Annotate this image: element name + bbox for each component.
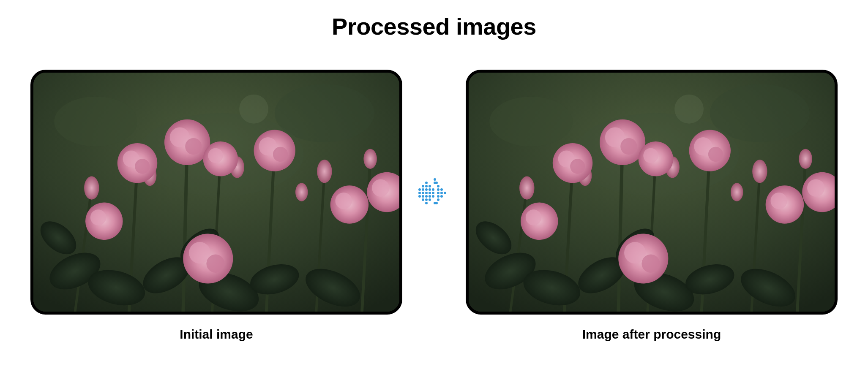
svg-point-52 [422,195,424,198]
svg-point-50 [422,188,424,191]
svg-point-108 [799,149,812,169]
processed-image [469,73,835,312]
svg-point-72 [437,188,439,191]
processed-image-frame [466,70,838,315]
processed-image-label: Image after processing [466,327,838,342]
flower-image-icon [33,73,399,312]
svg-point-1 [54,97,137,147]
svg-point-31 [185,138,202,155]
svg-point-61 [429,185,431,187]
initial-image [33,73,399,312]
svg-point-28 [135,159,150,174]
svg-point-45 [372,179,389,196]
svg-point-125 [526,209,541,225]
svg-point-78 [440,195,443,198]
svg-point-71 [437,185,439,187]
svg-point-36 [273,147,288,162]
svg-point-82 [435,182,438,184]
svg-point-120 [708,147,723,162]
svg-point-68 [432,195,434,198]
arrow-container [415,173,453,211]
spacer [415,327,453,342]
main-container: Processed images [17,13,851,342]
initial-image-label: Initial image [30,327,402,342]
svg-point-59 [425,198,428,201]
svg-point-88 [674,95,704,124]
comparison-row [17,70,851,315]
svg-point-66 [432,188,434,191]
svg-point-54 [425,182,428,184]
svg-point-76 [440,188,443,191]
svg-point-57 [425,192,428,194]
svg-point-49 [422,185,424,187]
labels-row: Initial image Image after processing [17,327,851,342]
svg-point-43 [335,193,352,209]
svg-point-25 [295,183,308,201]
svg-point-127 [770,193,787,209]
svg-point-4 [239,95,268,124]
svg-point-47 [418,192,421,194]
page-title: Processed images [332,13,536,40]
svg-point-60 [425,202,428,204]
svg-point-77 [440,192,443,194]
svg-point-112 [570,159,585,174]
svg-point-41 [90,209,106,225]
svg-point-107 [752,160,767,183]
svg-point-80 [434,178,436,181]
svg-point-33 [208,148,223,163]
svg-point-46 [418,188,421,191]
dotted-arrow-right-icon [417,177,451,207]
svg-point-104 [519,176,534,200]
svg-point-129 [807,179,824,196]
svg-point-75 [437,198,439,201]
svg-point-62 [429,188,431,191]
svg-point-23 [317,160,332,183]
svg-point-109 [731,183,743,201]
svg-point-67 [432,192,434,194]
svg-point-85 [489,97,573,147]
svg-point-51 [422,192,424,194]
svg-point-117 [643,148,658,163]
flower-image-icon [469,73,835,312]
svg-point-63 [429,192,431,194]
svg-point-53 [422,198,424,201]
initial-image-frame [30,70,402,315]
svg-point-55 [425,185,428,187]
svg-point-79 [444,192,446,194]
svg-point-115 [620,138,637,155]
svg-point-20 [84,176,99,200]
svg-point-56 [425,188,428,191]
svg-point-39 [206,255,224,273]
svg-point-73 [437,192,439,194]
svg-point-83 [435,202,438,204]
svg-point-58 [425,195,428,198]
svg-point-123 [641,255,660,273]
svg-point-64 [429,195,431,198]
svg-point-48 [418,195,421,198]
svg-point-65 [429,198,431,201]
svg-point-24 [363,149,377,169]
svg-point-74 [437,195,439,198]
